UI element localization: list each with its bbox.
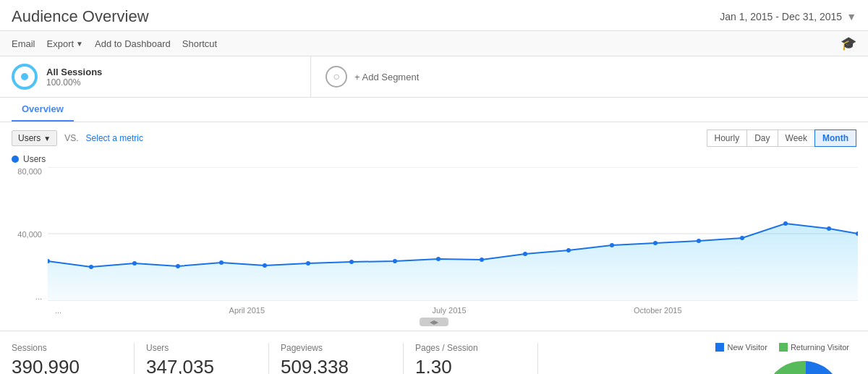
chart-dot <box>393 259 397 263</box>
chart-dot <box>783 221 788 226</box>
chart-dot <box>697 239 701 243</box>
chart-dot <box>263 263 267 268</box>
x-label-april: April 2015 <box>229 306 265 315</box>
stat-block-users: Users 347,035 <box>146 343 269 374</box>
segment-pct: 100.00% <box>46 77 102 88</box>
time-btn-hourly[interactable]: Hourly <box>707 129 748 147</box>
pie-section: New Visitor Returning Visitor 11.3% <box>715 343 856 374</box>
x-label-july: July 2015 <box>432 306 466 315</box>
export-button[interactable]: Export ▼ <box>47 38 83 49</box>
chart-dot <box>480 258 484 262</box>
chart-dot <box>827 226 831 231</box>
chart-section: Users ▼ VS. Select a metric Hourly Day W… <box>0 122 868 326</box>
date-range-arrow: ▼ <box>846 11 856 22</box>
chart-dot <box>653 241 658 245</box>
time-btn-week[interactable]: Week <box>778 129 815 147</box>
date-range[interactable]: Jan 1, 2015 - Dec 31, 2015 ▼ <box>720 11 856 22</box>
chart-dot <box>740 236 744 240</box>
chart-svg-container <box>48 167 856 303</box>
pie-legend-new: New Visitor <box>715 343 767 352</box>
shortcut-button[interactable]: Shortcut <box>182 38 217 49</box>
chart-legend: Users <box>12 154 856 164</box>
pie-color-returning <box>779 343 788 352</box>
chart-wrapper: 80,000 40,000 ... <box>12 167 856 303</box>
y-label-bottom: ... <box>35 292 42 301</box>
stat-value-users: 347,035 <box>146 356 257 374</box>
stat-block-sessions: Sessions 390,990 <box>12 343 135 374</box>
segment-label: All Sessions <box>46 67 102 77</box>
legend-dot <box>12 156 19 163</box>
scroll-right-arrow: ▶ <box>434 319 438 326</box>
chart-dot <box>89 265 93 269</box>
stat-block-pages-session: Pages / Session 1.30 <box>415 343 538 374</box>
add-to-dashboard-button[interactable]: Add to Dashboard <box>95 38 171 49</box>
y-label-top: 80,000 <box>17 167 42 176</box>
add-segment-circle: ○ <box>326 66 347 88</box>
scroll-indicator[interactable]: ◀ ▶ <box>12 318 856 326</box>
chart-dot <box>219 260 224 265</box>
chart-dot <box>523 252 527 256</box>
chart-dot <box>436 257 441 261</box>
toolbar-right: 🎓 <box>841 35 856 51</box>
toolbar: Email Export ▼ Add to Dashboard Shortcut… <box>0 31 868 56</box>
page-header: Audience Overview Jan 1, 2015 - Dec 31, … <box>0 0 868 31</box>
time-btn-day[interactable]: Day <box>746 129 778 147</box>
y-label-mid: 40,000 <box>17 230 42 239</box>
segment-circle-inner <box>21 73 28 80</box>
chart-dot <box>610 243 614 247</box>
x-label-october: October 2015 <box>634 306 682 315</box>
x-label-start: ... <box>55 306 61 315</box>
stat-value-sessions: 390,990 <box>12 356 122 374</box>
metric-label: Users <box>18 133 41 143</box>
add-segment-label: + Add Segment <box>354 72 419 82</box>
metric-caret: ▼ <box>43 135 51 143</box>
chart-area <box>48 224 858 301</box>
stat-value-pageviews: 509,338 <box>281 356 391 374</box>
stat-label-pages-session: Pages / Session <box>415 343 526 353</box>
chart-dot <box>132 261 137 265</box>
pie-label-returning: Returning Visitor <box>791 343 849 352</box>
pie-color-new <box>715 343 724 352</box>
pie-legend-returning: Returning Visitor <box>779 343 849 352</box>
segment-bar: All Sessions 100.00% ○ + Add Segment <box>0 56 868 98</box>
export-caret: ▼ <box>76 40 83 48</box>
stat-value-pages-session: 1.30 <box>415 356 526 374</box>
pie-label-new: New Visitor <box>727 343 767 352</box>
stat-label-pageviews: Pageviews <box>281 343 391 353</box>
metric-select[interactable]: Users ▼ <box>12 130 57 146</box>
time-buttons: Hourly Day Week Month <box>707 129 856 147</box>
chart-dot <box>176 264 180 268</box>
time-btn-month[interactable]: Month <box>814 129 856 147</box>
cap-icon[interactable]: 🎓 <box>841 36 856 51</box>
tab-bar: Overview <box>0 98 868 122</box>
chart-dot <box>566 248 571 252</box>
stat-block-pageviews: Pageviews 509,338 <box>281 343 404 374</box>
main-chart-svg <box>48 167 858 301</box>
all-sessions-segment[interactable]: All Sessions 100.00% <box>0 56 311 97</box>
stat-label-sessions: Sessions <box>12 343 122 353</box>
pie-legend: New Visitor Returning Visitor <box>715 343 849 352</box>
segment-circle <box>12 64 38 90</box>
page-title: Audience Overview <box>12 7 149 26</box>
x-axis: ... April 2015 July 2015 October 2015 <box>48 303 856 318</box>
stats-section: Sessions 390,990 Users 347,035 Pageviews… <box>0 331 868 374</box>
pie-slice-returning <box>763 361 806 374</box>
tab-overview[interactable]: Overview <box>12 98 74 122</box>
pie-chart-svg: 11.3% <box>762 357 849 374</box>
chart-dot <box>306 261 310 265</box>
add-segment[interactable]: ○ + Add Segment <box>311 56 868 97</box>
scroll-handle[interactable]: ◀ ▶ <box>420 318 448 326</box>
segment-info: All Sessions 100.00% <box>46 67 102 88</box>
chart-dot <box>349 260 354 264</box>
chart-controls: Users ▼ VS. Select a metric Hourly Day W… <box>12 129 856 147</box>
legend-label: Users <box>23 154 46 164</box>
stat-label-users: Users <box>146 343 257 353</box>
select-metric-link[interactable]: Select a metric <box>86 133 143 143</box>
date-range-text: Jan 1, 2015 - Dec 31, 2015 <box>720 11 842 22</box>
vs-label: VS. <box>64 133 78 143</box>
email-button[interactable]: Email <box>12 38 35 49</box>
